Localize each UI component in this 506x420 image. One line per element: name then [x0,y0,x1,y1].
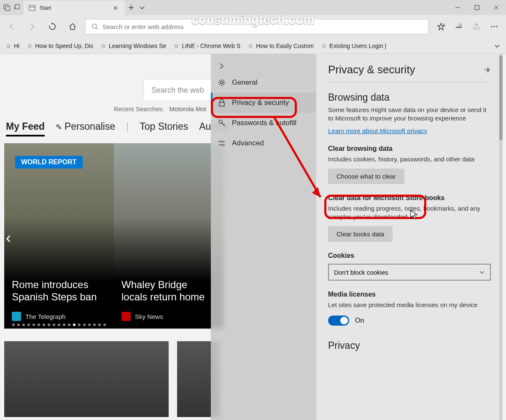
favorites-button[interactable] [435,21,447,32]
back-button[interactable] [4,19,19,34]
browsing-data-heading: Browsing data [328,92,491,103]
feed-tab-topstories[interactable]: Top Stories [140,121,188,135]
favorite-link[interactable]: ☆Existing Users Login | [321,43,386,49]
settings-nav-passwords[interactable]: Passwords & autofill [211,113,316,133]
card-headline: Whaley Bridge locals return home [121,279,216,303]
share-button[interactable] [471,21,482,32]
svg-point-24 [222,144,224,146]
tab-actions [125,0,148,15]
svg-point-11 [92,24,97,28]
browsing-data-description: Some features might save data on your de… [328,106,491,123]
favorites-overflow-icon[interactable] [494,43,500,49]
window-titlebar: Start ✕ [0,0,506,15]
favorite-link[interactable]: ☆LINE - Chrome Web S [174,43,240,49]
news-card[interactable]: WORLD REPORT Rome introduces Spanish Ste… [4,143,114,329]
tab-title: Start [40,5,111,11]
clear-books-description: Includes reading progress, notes, bookma… [328,204,491,222]
settings-privacy-panel: Privacy & security Browsing data Some fe… [316,54,503,420]
tab-close-icon[interactable]: ✕ [111,3,120,13]
svg-rect-1 [5,6,10,11]
nav-label: Passwords & autofill [232,119,296,127]
svg-rect-19 [219,102,224,106]
star-icon: ☆ [101,43,106,49]
clear-books-button[interactable]: Clear books data [328,226,393,242]
settings-nav-advanced[interactable]: Advanced [211,133,316,153]
toggle-label: On [355,317,364,324]
url-input[interactable] [102,23,422,30]
favorite-link[interactable]: ☆Learning Windows Se [101,43,166,49]
svg-point-23 [220,141,221,142]
tab-favicon [29,5,35,11]
news-thumbnail[interactable] [4,341,169,417]
panel-title: Privacy & security [328,63,415,76]
address-bar-row [0,15,506,38]
address-bar[interactable] [85,19,428,34]
set-aside-icon[interactable] [13,4,20,11]
cookies-heading: Cookies [328,252,491,259]
page-content: Search the web Recent Searches: Motorola… [0,54,506,420]
learn-more-link[interactable]: Learn more about Microsoft privacy [328,127,427,134]
close-window-button[interactable] [487,0,506,15]
key-icon [218,119,226,127]
refresh-button[interactable] [45,19,60,34]
privacy-heading: Privacy [328,340,491,351]
svg-point-18 [221,81,223,84]
chevron-down-icon [479,269,485,275]
nav-label: Advanced [232,139,264,147]
clear-browsing-description: Includes cookies, history, passwords, an… [328,155,491,163]
recent-search-link[interactable]: Motorola Mot [169,105,206,112]
maximize-button[interactable] [467,0,487,15]
svg-point-20 [219,120,222,123]
tabs-dropdown-icon[interactable] [139,5,145,11]
search-icon [92,23,98,30]
nav-label: General [232,78,257,87]
star-icon: ☆ [248,43,253,49]
titlebar-left-icons [0,0,24,15]
svg-point-15 [491,26,493,27]
feed-tab-personalise[interactable]: ✎Personalise [56,121,115,135]
news-card[interactable]: Whaley Bridge locals return home Sky New… [114,143,223,329]
minimize-button[interactable] [448,0,467,15]
lock-icon [218,99,226,107]
media-licenses-toggle[interactable] [328,316,349,326]
settings-back-icon[interactable] [211,60,316,72]
clear-browsing-heading: Clear browsing data [328,145,491,152]
card-headline: Rome introduces Spanish Steps ban [12,279,106,303]
tab-activity-icon[interactable] [3,4,10,11]
star-icon: ☆ [321,43,327,49]
svg-point-16 [494,26,495,27]
settings-nav-general[interactable]: General [211,72,316,93]
svg-rect-3 [29,5,35,11]
star-icon: ☆ [6,43,11,49]
star-icon: ☆ [174,43,179,49]
favorite-link[interactable]: ☆How to Easily Custom [248,43,314,49]
pin-icon[interactable] [483,66,491,74]
choose-what-to-clear-button[interactable]: Choose what to clear [328,169,404,184]
svg-rect-2 [15,5,19,9]
browser-tab[interactable]: Start ✕ [24,0,125,15]
new-tab-button[interactable] [128,5,134,11]
settings-nav-privacy[interactable]: Privacy & security [211,93,316,113]
cookies-select[interactable]: Don't block cookies [328,264,491,281]
favorites-bar: ☆Hi ☆How to Speed Up, Dis ☆Learning Wind… [0,38,506,54]
favorite-link[interactable]: ☆Hi [6,43,19,49]
card-source: Sky News [121,312,163,321]
cookies-select-value: Don't block cookies [334,269,388,276]
web-search-placeholder: Search the web [151,86,204,95]
media-licenses-description: Let sites save protected media licenses … [328,301,491,309]
more-button[interactable] [488,21,500,32]
panel-scrollbar[interactable] [499,54,503,420]
svg-point-17 [496,26,498,27]
notes-button[interactable] [453,21,465,32]
pencil-icon: ✎ [56,123,62,131]
sliders-icon [218,139,226,147]
star-icon: ☆ [27,43,32,49]
forward-button[interactable] [24,19,40,34]
favorite-link[interactable]: ☆How to Speed Up, Dis [27,43,93,49]
feed-tab-myfeed[interactable]: My Feed [6,121,45,136]
carousel-prev-icon[interactable]: ‹ [6,229,11,247]
card-source: The Telegraph [12,312,66,321]
source-icon [121,312,131,321]
window-controls [448,0,506,15]
home-button[interactable] [65,19,80,34]
